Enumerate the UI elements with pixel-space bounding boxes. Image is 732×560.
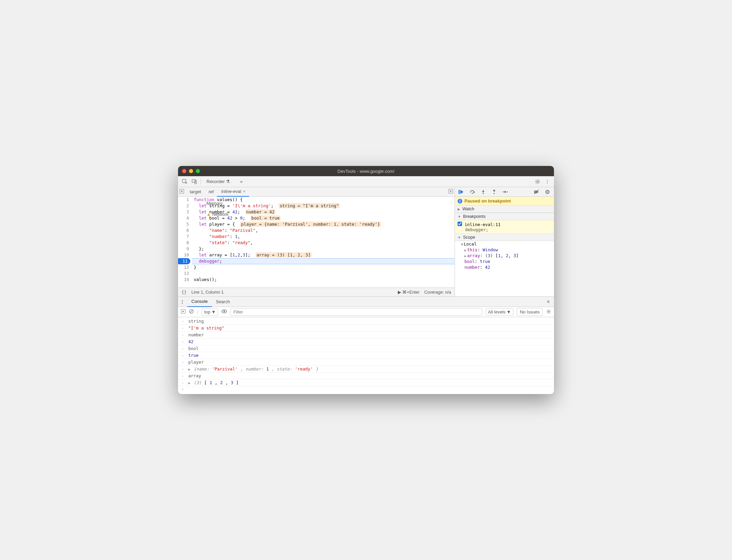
file-tab-target[interactable]: target	[186, 187, 204, 197]
scope-variable[interactable]: ▶array: (3) [1, 2, 3]	[455, 253, 554, 258]
breakpoint-checkbox[interactable]	[458, 222, 462, 226]
editor-pane: targetrefinline-eval × 12345678910111213…	[178, 187, 455, 296]
content-area: targetrefinline-eval × 12345678910111213…	[178, 187, 554, 296]
cursor-position: Line 1, Column 1	[191, 290, 224, 295]
divider: |	[197, 309, 198, 314]
editor-statusbar: {} Line 1, Column 1 ▶ ⌘+Enter Coverage: …	[178, 288, 455, 296]
step-button[interactable]	[501, 188, 509, 196]
step-into-button[interactable]	[479, 188, 487, 196]
console-toolbar: | top ▼ All levels ▼ No Issues	[178, 307, 554, 317]
pause-on-exceptions-button[interactable]	[544, 188, 551, 196]
drawer-tabs: ⋮ ConsoleSearch ×	[178, 297, 554, 307]
scope-variable[interactable]: ▶this: Window	[455, 247, 554, 253]
run-hint[interactable]: ▶ ⌘+Enter	[398, 290, 420, 295]
divider	[201, 179, 201, 185]
drawer-tab-console[interactable]: Console	[187, 297, 212, 307]
devtools-window: DevTools - www.google.com/ SourcesElemen…	[178, 166, 554, 394]
watch-section-header[interactable]: ▶Watch	[455, 205, 554, 213]
code-line[interactable]: values();	[192, 277, 455, 283]
step-out-button[interactable]	[490, 188, 498, 196]
scope-section-header[interactable]: ▼Scope	[455, 234, 554, 241]
code-line[interactable]: "state": "ready",	[192, 240, 455, 246]
clear-console-icon[interactable]	[189, 309, 194, 315]
console-prompt[interactable]: ›	[178, 386, 554, 392]
code-editor[interactable]: 1234567891011121314 function values() { …	[178, 197, 455, 288]
svg-point-17	[223, 311, 225, 312]
file-tab-inline-eval[interactable]: inline-eval ×	[217, 187, 249, 197]
info-icon: i	[458, 199, 462, 204]
console-filter-input[interactable]	[230, 308, 482, 316]
code-line[interactable]	[192, 270, 455, 277]
svg-point-8	[483, 193, 484, 194]
titlebar: DevTools - www.google.com/	[178, 166, 554, 176]
console-output-row[interactable]: ‹▶{name: 'Parzival', number: 1, state: '…	[178, 366, 554, 373]
svg-point-9	[494, 193, 495, 194]
minimize-window-button[interactable]	[189, 169, 193, 173]
svg-point-10	[507, 191, 508, 192]
close-drawer-button[interactable]: ×	[545, 299, 552, 305]
console-sidebar-toggle-icon[interactable]	[181, 309, 186, 315]
drawer-menu-icon[interactable]: ⋮	[180, 299, 185, 304]
breakpoint-snippet: debugger;	[458, 227, 551, 232]
console-input-row: ›array	[178, 373, 554, 379]
tab-recorder[interactable]: Recorder ⚗	[202, 176, 236, 187]
console-input-row: ›bool	[178, 345, 554, 352]
code-line[interactable]: let string = 'I\'m a string'; string = "…	[192, 203, 455, 209]
breakpoints-section-header[interactable]: ▼Breakpoints	[455, 213, 554, 220]
code-line[interactable]: "name": "Parzival",	[192, 227, 455, 234]
format-braces-icon[interactable]: {}	[181, 290, 187, 295]
code-line[interactable]: };	[192, 246, 455, 252]
scope-local-header[interactable]: ▼Local	[455, 241, 554, 247]
console-output-row[interactable]: ‹▶(3) [1, 2, 3]	[178, 379, 554, 386]
step-over-button[interactable]	[469, 188, 476, 196]
console-output[interactable]: ›string‹"I'm a string"›number‹42›bool‹tr…	[178, 317, 554, 394]
overflow-tabs-icon[interactable]: »	[236, 176, 246, 187]
code-line[interactable]: "number": 1,	[192, 234, 455, 240]
main-panel-tabs: SourcesElementsPerformanceRecorder ⚗Cons…	[178, 176, 554, 187]
code-line[interactable]: let number = 42; number = 42	[192, 209, 455, 215]
more-file-options-icon[interactable]	[448, 189, 453, 195]
close-tab-icon[interactable]: ×	[243, 189, 246, 194]
code-line[interactable]: let bool = 42 > 0; bool = true	[192, 215, 455, 221]
breakpoint-item[interactable]: inline-eval:11 debugger;	[455, 220, 554, 234]
traffic-lights	[182, 169, 200, 173]
svg-rect-12	[547, 191, 547, 193]
code-line[interactable]: }	[192, 264, 455, 270]
drawer-tab-search[interactable]: Search	[212, 297, 234, 307]
code-line[interactable]: function values() {	[192, 197, 455, 203]
svg-rect-6	[459, 190, 460, 194]
code-line[interactable]: debugger;	[192, 258, 455, 264]
svg-point-18	[548, 311, 549, 312]
console-output-row[interactable]: ‹42	[178, 338, 554, 345]
log-levels-selector[interactable]: All levels ▼	[486, 308, 513, 316]
console-output-row[interactable]: ‹true	[178, 352, 554, 359]
inspect-element-icon[interactable]	[180, 177, 190, 186]
svg-rect-13	[548, 191, 548, 193]
maximize-window-button[interactable]	[196, 169, 200, 173]
debugger-sidebar: i Paused on breakpoint ▶Watch ▼Breakpoin…	[455, 187, 554, 296]
resume-button[interactable]	[458, 188, 465, 196]
device-toolbar-icon[interactable]	[190, 177, 199, 186]
console-output-row[interactable]: ‹"I'm a string"	[178, 325, 554, 332]
console-input-row: ›player	[178, 359, 554, 366]
scope-variable[interactable]: number: 42	[455, 264, 554, 270]
deactivate-breakpoints-button[interactable]	[533, 188, 540, 196]
close-window-button[interactable]	[182, 169, 186, 173]
paused-banner-text: Paused on breakpoint	[464, 198, 511, 204]
issues-button[interactable]: No Issues	[517, 308, 543, 316]
window-title: DevTools - www.google.com/	[178, 169, 554, 174]
console-settings-gear-icon[interactable]	[546, 309, 551, 315]
run-snippet-icon[interactable]	[179, 189, 184, 195]
svg-point-7	[472, 193, 473, 194]
code-line[interactable]: let array = [1,2,3]; array = (3) [1, 2, …	[192, 252, 455, 258]
settings-gear-icon[interactable]	[533, 177, 542, 186]
svg-point-3	[537, 181, 539, 182]
file-tab-ref[interactable]: ref	[204, 187, 217, 197]
live-expression-icon[interactable]	[221, 309, 227, 314]
svg-point-11	[545, 190, 550, 194]
code-line[interactable]: let player = { player = {name: 'Parzival…	[192, 221, 455, 227]
context-selector[interactable]: top ▼	[202, 308, 218, 316]
scope-variable[interactable]: bool: true	[455, 258, 554, 264]
console-input-row: ›string	[178, 318, 554, 325]
kebab-menu-icon[interactable]: ⋮	[542, 177, 552, 186]
